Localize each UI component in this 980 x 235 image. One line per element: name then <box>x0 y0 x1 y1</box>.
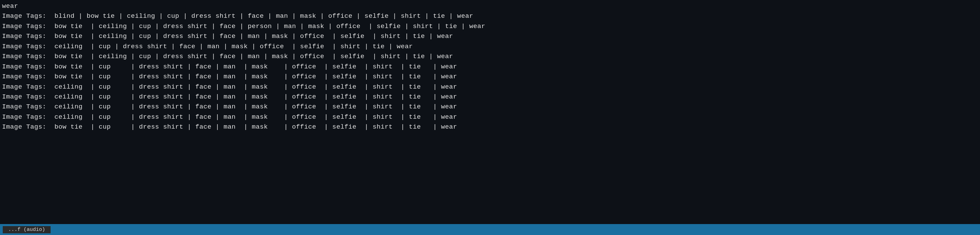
bottom-tab[interactable]: ...f (audio) <box>3 226 51 233</box>
terminal-line: Image Tags: ceiling | cup | dress shirt … <box>2 42 978 52</box>
terminal-line: Image Tags: bow tie | ceiling | cup | dr… <box>2 22 978 32</box>
terminal-line: Image Tags: ceiling | cup | dress shirt … <box>2 92 978 102</box>
terminal-line: Image Tags: ceiling | cup | dress shirt … <box>2 82 978 92</box>
terminal-line: Image Tags: bow tie | ceiling | cup | dr… <box>2 32 978 42</box>
terminal-line: Image Tags: blind | bow tie | ceiling | … <box>2 11 978 21</box>
bottom-bar: ...f (audio) <box>0 224 980 235</box>
terminal-line: Image Tags: bow tie | ceiling | cup | dr… <box>2 52 978 62</box>
terminal-line: Image Tags: bow tie | cup | dress shirt … <box>2 62 978 72</box>
terminal-window: wearImage Tags: blind | bow tie | ceilin… <box>0 0 980 235</box>
terminal-line: wear <box>2 2 978 11</box>
terminal-line: Image Tags: bow tie | cup | dress shirt … <box>2 122 978 132</box>
terminal-line: Image Tags: bow tie | cup | dress shirt … <box>2 72 978 82</box>
terminal-line: Image Tags: ceiling | cup | dress shirt … <box>2 112 978 122</box>
terminal-line: Image Tags: ceiling | cup | dress shirt … <box>2 102 978 112</box>
